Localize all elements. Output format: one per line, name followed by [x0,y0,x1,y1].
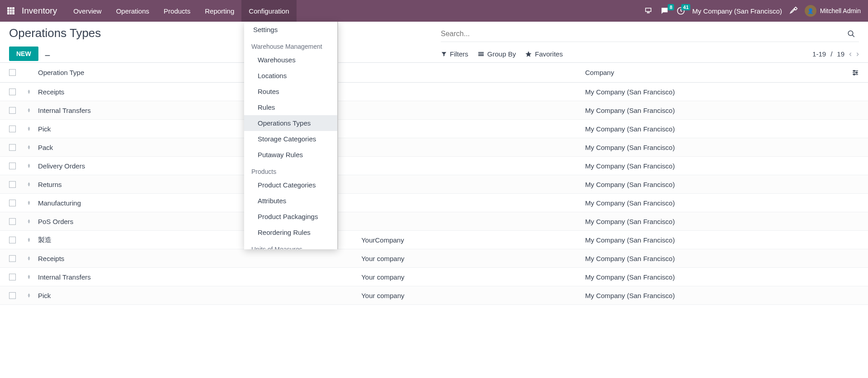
drag-handle-icon[interactable]: ▲▼ [27,219,38,224]
cell-company: My Company (San Francisco) [585,144,841,151]
row-checkbox[interactable] [9,218,16,225]
nav-operations[interactable]: Operations [109,0,156,22]
table: Operation Type Company ▲▼ReceiptsMy Comp… [0,62,868,305]
toolbar: Filters Group By Favorites 1-19 / 19 ‹ › [441,46,859,62]
cell-operation-type: Pick [38,292,358,299]
table-row[interactable]: ▲▼PickYour companyMy Company (San Franci… [0,286,868,305]
drag-handle-icon[interactable]: ▲▼ [27,126,38,131]
drag-handle-icon[interactable]: ▲▼ [27,275,38,279]
search-icon[interactable] [844,30,859,38]
row-checkbox[interactable] [9,181,16,188]
pager-prev[interactable]: ‹ [849,49,852,59]
table-row[interactable]: ▲▼Delivery OrdersMy Company (San Francis… [0,157,868,175]
dropdown-item[interactable]: Routes [244,84,337,99]
pager-range[interactable]: 1-19 [812,50,826,58]
avatar: 👤 [805,5,816,17]
activities-badge: 41 [681,4,690,10]
activities-icon[interactable]: 41 [676,6,686,16]
download-icon[interactable] [44,50,51,57]
row-checkbox[interactable] [9,126,16,132]
app-title[interactable]: Inventory [22,6,57,16]
favorites-button[interactable]: Favorites [525,50,563,58]
drag-handle-icon[interactable]: ▲▼ [27,89,38,94]
dropdown-item[interactable]: Putaway Rules [244,147,337,163]
row-checkbox[interactable] [9,292,16,299]
drag-handle-icon[interactable]: ▲▼ [27,238,38,242]
dropdown-item[interactable]: Warehouses [244,52,337,68]
row-checkbox[interactable] [9,237,16,243]
new-button[interactable]: NEW [9,47,38,61]
table-header: Operation Type Company [0,63,868,83]
cell-company: My Company (San Francisco) [585,218,841,225]
topbar-left: Inventory OverviewOperationsProductsRepo… [7,0,297,22]
dropdown-item[interactable]: Reordering Rules [244,224,337,240]
table-row[interactable]: ▲▼PickMy Company (San Francisco) [0,120,868,138]
col-company[interactable]: Company [585,69,841,76]
drag-handle-icon[interactable]: ▲▼ [27,108,38,112]
row-checkbox[interactable] [9,163,16,169]
table-row[interactable]: ▲▼製造YourCompanyMy Company (San Francisco… [0,231,868,249]
groupby-label: Group By [487,50,516,58]
drag-handle-icon[interactable]: ▲▼ [27,201,38,205]
table-row[interactable]: ▲▼ReceiptsYour companyMy Company (San Fr… [0,249,868,268]
cell-company: My Company (San Francisco) [585,88,841,96]
select-all-checkbox[interactable] [9,69,16,76]
filters-button[interactable]: Filters [441,50,468,58]
dropdown-item[interactable]: Locations [244,68,337,84]
dropdown-item[interactable]: Product Categories [244,177,337,193]
content-header: Operations Types NEW Filters Group By [0,22,868,62]
row-checkbox[interactable] [9,274,16,280]
groupby-button[interactable]: Group By [477,50,516,58]
pager-total: 19 [837,50,844,58]
nav-reporting[interactable]: Reporting [198,0,241,22]
table-row[interactable]: ▲▼ReturnsMy Company (San Francisco) [0,175,868,194]
pager-next[interactable]: › [856,49,859,59]
drag-handle-icon[interactable]: ▲▼ [27,145,38,149]
messages-icon[interactable]: 8 [660,6,670,16]
row-checkbox[interactable] [9,89,16,95]
dropdown-header: Warehouse Management [244,37,337,52]
dropdown-item[interactable]: Rules [244,99,337,115]
pager-sep: / [830,50,832,58]
cell-company: My Company (San Francisco) [585,181,841,188]
nav-configuration[interactable]: Configuration [241,0,296,22]
drag-handle-icon[interactable]: ▲▼ [27,163,38,168]
row-checkbox[interactable] [9,200,16,206]
topbar-right: 8 41 My Company (San Francisco) 👤 Mitche… [643,5,861,17]
row-checkbox[interactable] [9,144,16,151]
drag-handle-icon[interactable]: ▲▼ [27,182,38,187]
nav-overview[interactable]: Overview [66,0,109,22]
table-row[interactable]: ▲▼PoS OrdersMy Company (San Francisco) [0,212,868,231]
dropdown-item[interactable]: Storage Categories [244,131,337,147]
table-row[interactable]: ▲▼Internal TransfersYour companyMy Compa… [0,268,868,286]
dropdown-item[interactable]: Attributes [244,193,337,209]
cell-company: My Company (San Francisco) [585,162,841,170]
dropdown-item[interactable]: Settings [244,22,337,37]
svg-point-4 [854,74,855,75]
cell-warehouse: Your company [358,255,585,262]
cell-warehouse: Your company [358,273,585,281]
phone-icon[interactable] [643,6,653,16]
tools-icon[interactable] [788,6,798,16]
company-selector[interactable]: My Company (San Francisco) [692,7,782,15]
adjust-columns-icon[interactable] [852,69,859,76]
row-checkbox[interactable] [9,255,16,262]
user-menu[interactable]: 👤 Mitchell Admin [805,5,861,17]
nav-products[interactable]: Products [156,0,198,22]
table-row[interactable]: ▲▼ReceiptsMy Company (San Francisco) [0,83,868,101]
dropdown-item[interactable]: Product Packagings [244,209,337,224]
pager: 1-19 / 19 ‹ › [812,49,859,59]
cell-operation-type: Receipts [38,255,358,262]
search-input[interactable] [441,26,844,42]
cell-warehouse: YourCompany [358,236,585,244]
drag-handle-icon[interactable]: ▲▼ [27,256,38,261]
dropdown-item[interactable]: Operations Types [244,115,337,131]
table-row[interactable]: ▲▼ManufacturingMy Company (San Francisco… [0,194,868,212]
config-dropdown: SettingsWarehouse ManagementWarehousesLo… [244,22,338,249]
svg-point-2 [854,70,855,71]
drag-handle-icon[interactable]: ▲▼ [27,293,38,298]
row-checkbox[interactable] [9,107,16,114]
table-row[interactable]: ▲▼Internal TransfersMy Company (San Fran… [0,101,868,120]
table-row[interactable]: ▲▼PackMy Company (San Francisco) [0,138,868,157]
apps-icon[interactable] [7,7,14,14]
